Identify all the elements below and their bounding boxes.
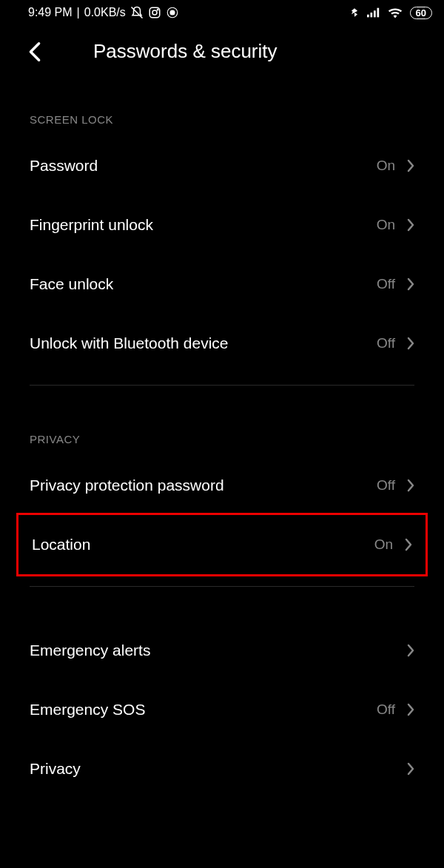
section-header-screenlock: SCREEN LOCK <box>0 100 444 136</box>
item-label: Emergency alerts <box>30 642 150 659</box>
bluetooth-icon <box>349 6 360 19</box>
app-icon <box>166 6 179 19</box>
divider <box>30 586 414 587</box>
chevron-right-icon <box>407 762 414 776</box>
item-location[interactable]: Location On <box>16 513 428 576</box>
instagram-icon <box>148 6 161 19</box>
status-bar: 9:49 PM | 0.0KB/s 60 <box>0 0 444 22</box>
status-sep: | <box>77 6 80 19</box>
battery-badge: 60 <box>410 7 432 19</box>
header: Passwords & security <box>0 22 444 78</box>
svg-rect-7 <box>374 10 376 17</box>
item-password[interactable]: Password On <box>0 136 444 195</box>
item-label: Privacy <box>30 760 81 778</box>
status-right: 60 <box>349 6 432 19</box>
svg-point-2 <box>157 9 158 10</box>
page-title: Passwords & security <box>93 40 278 63</box>
wifi-icon <box>388 7 403 18</box>
item-value: Off <box>377 702 395 718</box>
item-privacy-protection[interactable]: Privacy protection password Off <box>0 456 444 515</box>
chevron-right-icon <box>407 159 414 172</box>
chevron-right-icon <box>405 538 412 551</box>
dnd-icon <box>130 6 144 19</box>
chevron-right-icon <box>407 479 414 492</box>
chevron-right-icon <box>407 337 414 350</box>
status-data-rate: 0.0KB/s <box>84 6 126 19</box>
item-privacy[interactable]: Privacy <box>0 739 444 798</box>
svg-rect-6 <box>370 13 372 17</box>
item-label: Location <box>32 536 90 554</box>
item-label: Privacy protection password <box>30 477 224 494</box>
section-header-privacy: PRIVACY <box>0 420 444 456</box>
chevron-right-icon <box>407 644 414 657</box>
chevron-right-icon <box>407 218 414 232</box>
item-fingerprint[interactable]: Fingerprint unlock On <box>0 195 444 255</box>
item-emergency-sos[interactable]: Emergency SOS Off <box>0 680 444 739</box>
svg-point-4 <box>170 10 175 15</box>
item-value: Off <box>377 276 395 292</box>
status-left: 9:49 PM | 0.0KB/s <box>28 6 179 19</box>
item-label: Unlock with Bluetooth device <box>30 334 228 352</box>
item-value: On <box>374 536 393 553</box>
item-value: Off <box>377 335 395 351</box>
signal-icon <box>367 7 380 18</box>
item-label: Emergency SOS <box>30 701 145 719</box>
item-label: Fingerprint unlock <box>30 216 153 234</box>
status-time: 9:49 PM <box>28 6 73 19</box>
back-button[interactable] <box>28 41 41 62</box>
item-label: Face unlock <box>30 275 113 293</box>
item-value: On <box>377 217 395 233</box>
divider <box>30 385 414 386</box>
chevron-right-icon <box>407 703 414 716</box>
item-value: Off <box>377 477 395 494</box>
svg-rect-8 <box>377 8 379 18</box>
item-label: Password <box>30 157 98 175</box>
item-value: On <box>377 158 395 174</box>
svg-rect-5 <box>367 15 369 18</box>
svg-point-1 <box>152 10 157 15</box>
item-bluetooth-unlock[interactable]: Unlock with Bluetooth device Off <box>0 314 444 373</box>
item-emergency-alerts[interactable]: Emergency alerts <box>0 621 444 680</box>
item-face-unlock[interactable]: Face unlock Off <box>0 255 444 314</box>
chevron-right-icon <box>407 277 414 291</box>
